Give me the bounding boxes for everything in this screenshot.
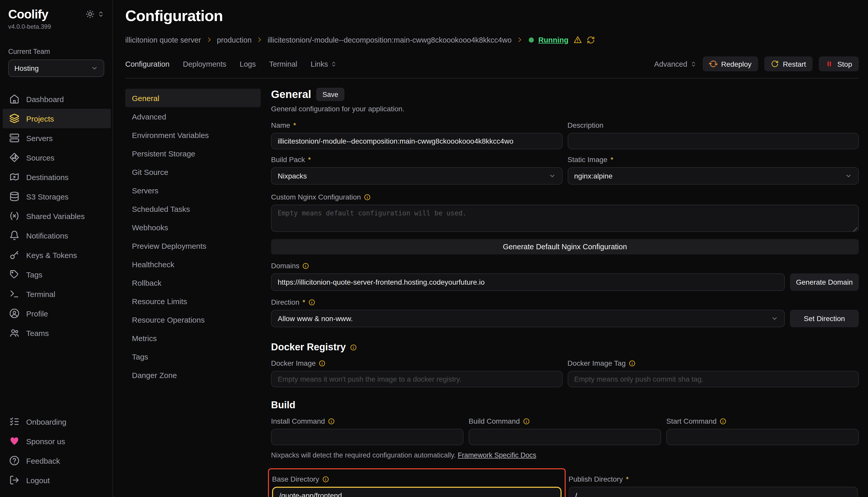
info-icon <box>350 344 357 351</box>
sidebar-item-dashboard[interactable]: Dashboard <box>3 89 111 109</box>
status-running-link[interactable]: Running <box>538 36 568 44</box>
sidebar-item-teams[interactable]: Teams <box>3 323 111 343</box>
subnav-item-environment-variables[interactable]: Environment Variables <box>125 126 261 144</box>
custom-nginx-textarea[interactable] <box>271 205 859 232</box>
nixpacks-note: Nixpacks will detect the required config… <box>271 451 859 459</box>
tab-deployments[interactable]: Deployments <box>183 60 226 68</box>
docker-image-tag-input[interactable] <box>567 371 859 387</box>
logout-icon <box>9 475 19 485</box>
breadcrumb-resource[interactable]: illicitestonion/-module--decomposition:m… <box>267 36 511 44</box>
key-icon <box>9 250 19 260</box>
tab-terminal[interactable]: Terminal <box>269 60 298 68</box>
sidebar-item-shared-variables[interactable]: Shared Variables <box>3 206 111 226</box>
sidebar-item-notifications[interactable]: Notifications <box>3 226 111 245</box>
subnav-item-resource-operations[interactable]: Resource Operations <box>125 310 261 329</box>
subnav-item-persistent-storage[interactable]: Persistent Storage <box>125 144 261 162</box>
redeploy-button[interactable]: Redeploy <box>703 56 758 71</box>
chevron-right-icon <box>516 37 523 43</box>
static-image-select[interactable]: nginx:alpine <box>567 167 859 185</box>
sidebar: Coolify v4.0.0-beta.399 Current Team Hos… <box>0 0 113 497</box>
sidebar-footer-item-logout[interactable]: Logout <box>3 470 111 490</box>
help-icon <box>9 455 19 466</box>
subnav-item-danger-zone[interactable]: Danger Zone <box>125 366 261 384</box>
restart-button[interactable]: Restart <box>764 56 813 71</box>
main-area: Configuration illicitonion quote server … <box>113 0 868 497</box>
subnav-item-preview-deployments[interactable]: Preview Deployments <box>125 237 261 255</box>
sidebar-item-label: Shared Variables <box>26 212 85 220</box>
sidebar-item-label: Logout <box>26 476 50 484</box>
sidebar-item-destinations[interactable]: Destinations <box>3 167 111 187</box>
generate-nginx-button[interactable]: Generate Default Nginx Configuration <box>271 239 859 254</box>
subnav-item-metrics[interactable]: Metrics <box>125 329 261 347</box>
subnav-item-git-source[interactable]: Git Source <box>125 162 261 181</box>
tab-links[interactable]: Links <box>311 60 337 68</box>
tab-configuration[interactable]: Configuration <box>125 60 170 68</box>
breadcrumb: illicitonion quote server production ill… <box>125 36 859 44</box>
subnav-item-rollback[interactable]: Rollback <box>125 273 261 292</box>
sun-icon[interactable] <box>86 10 94 18</box>
docker-image-tag-label: Docker Image Tag <box>567 359 626 367</box>
sidebar-item-terminal[interactable]: Terminal <box>3 284 111 304</box>
breadcrumb-project[interactable]: illicitonion quote server <box>125 36 201 44</box>
sidebar-item-keys-tokens[interactable]: Keys & Tokens <box>3 245 111 265</box>
info-icon <box>308 299 315 306</box>
sidebar-item-sources[interactable]: Sources <box>3 148 111 167</box>
sidebar-item-label: Sources <box>26 153 54 162</box>
generate-domain-button[interactable]: Generate Domain <box>790 273 859 291</box>
resize-handle[interactable] <box>853 227 857 231</box>
chevron-right-icon <box>206 37 212 43</box>
subnav-item-scheduled-tasks[interactable]: Scheduled Tasks <box>125 200 261 218</box>
heart-icon <box>9 436 19 446</box>
subnav-item-tags[interactable]: Tags <box>125 347 261 366</box>
subnav-item-general[interactable]: General <box>125 89 261 107</box>
tab-label: Logs <box>240 60 256 68</box>
sidebar-footer-item-feedback[interactable]: Feedback <box>3 451 111 470</box>
sidebar-item-label: Notifications <box>26 231 68 240</box>
tab-label: Configuration <box>125 60 170 68</box>
framework-docs-link[interactable]: Framework Specific Docs <box>458 451 536 459</box>
terminal-icon <box>9 289 19 299</box>
git-icon <box>9 152 19 162</box>
stop-button[interactable]: Stop <box>819 56 859 71</box>
section-heading-docker-registry: Docker Registry <box>271 342 346 353</box>
docker-image-label: Docker Image <box>271 359 316 367</box>
docker-image-input[interactable] <box>271 371 562 387</box>
build-command-input[interactable] <box>469 429 661 445</box>
chevron-down-icon <box>771 315 778 322</box>
tab-logs[interactable]: Logs <box>240 60 256 68</box>
base-directory-input[interactable] <box>272 487 561 497</box>
save-button[interactable]: Save <box>316 88 344 101</box>
subnav-item-healthcheck[interactable]: Healthcheck <box>125 255 261 273</box>
tab-label: Links <box>311 60 328 68</box>
sidebar-item-projects[interactable]: Projects <box>3 109 111 128</box>
team-select[interactable]: Hosting <box>8 59 104 77</box>
domains-input[interactable] <box>271 273 785 291</box>
advanced-dropdown[interactable]: Advanced <box>654 60 697 68</box>
subnav-item-servers[interactable]: Servers <box>125 181 261 200</box>
subnav-item-resource-limits[interactable]: Resource Limits <box>125 292 261 310</box>
sidebar-item-profile[interactable]: Profile <box>3 304 111 323</box>
description-input[interactable] <box>567 133 859 149</box>
info-icon <box>720 418 726 424</box>
sidebar-footer-item-onboarding[interactable]: Onboarding <box>3 412 111 431</box>
direction-select[interactable]: Allow www & non-www. <box>271 310 785 327</box>
sidebar-item-s3-storages[interactable]: S3 Storages <box>3 187 111 206</box>
breadcrumb-environment[interactable]: production <box>217 36 251 44</box>
name-input[interactable] <box>271 133 562 149</box>
build-pack-select[interactable]: Nixpacks <box>271 167 562 185</box>
chevrons-up-down-icon[interactable] <box>98 11 104 17</box>
sidebar-item-tags[interactable]: Tags <box>3 265 111 284</box>
sidebar-footer-item-sponsor-us[interactable]: Sponsor us <box>3 431 111 451</box>
domains-label: Domains <box>271 261 300 270</box>
subnav-item-advanced[interactable]: Advanced <box>125 107 261 126</box>
install-command-input[interactable] <box>271 429 464 445</box>
set-direction-button[interactable]: Set Direction <box>790 310 859 327</box>
database-icon <box>9 191 19 202</box>
info-icon <box>523 418 529 424</box>
publish-directory-input[interactable] <box>568 487 858 497</box>
info-icon <box>328 418 335 424</box>
start-command-input[interactable] <box>666 429 859 445</box>
refresh-icon[interactable] <box>587 36 595 44</box>
subnav-item-webhooks[interactable]: Webhooks <box>125 218 261 237</box>
sidebar-item-servers[interactable]: Servers <box>3 128 111 148</box>
